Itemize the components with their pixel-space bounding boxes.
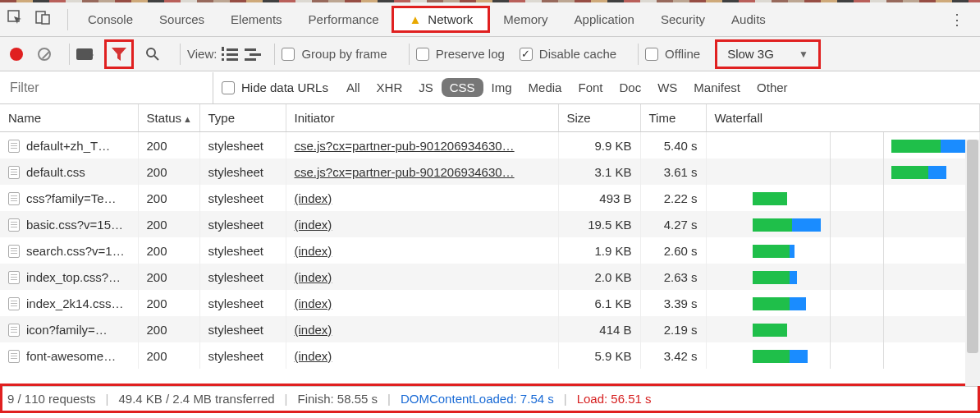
filter-chip-js[interactable]: JS [410, 78, 442, 97]
table-row[interactable]: default+zh_T…200stylesheetcse.js?cx=part… [0, 132, 980, 159]
cell-type: stylesheet [199, 290, 286, 316]
filter-chip-media[interactable]: Media [520, 78, 570, 97]
cell-time: 3.42 s [640, 342, 706, 369]
tab-network[interactable]: ▲ Network [392, 6, 490, 33]
tab-memory[interactable]: Memory [490, 6, 561, 33]
disable-cache-checkbox[interactable]: ✓ Disable cache [520, 47, 616, 61]
filter-chip-img[interactable]: Img [483, 78, 520, 97]
cell-status: 200 [138, 132, 199, 159]
tab-security[interactable]: Security [648, 6, 718, 33]
filter-chip-doc[interactable]: Doc [611, 78, 649, 97]
filter-chip-other[interactable]: Other [749, 78, 796, 97]
file-icon [8, 324, 20, 337]
cell-initiator[interactable]: (index) [286, 211, 558, 237]
file-icon [8, 218, 20, 232]
record-button[interactable] [7, 48, 26, 61]
offline-checkbox[interactable]: Offline [645, 47, 700, 61]
filter-chip-all[interactable]: All [338, 78, 369, 97]
device-mode-icon[interactable] [31, 10, 54, 29]
cell-name[interactable]: icon?family=… [0, 316, 138, 342]
cell-initiator[interactable]: (index) [286, 264, 558, 290]
col-type[interactable]: Type [199, 104, 286, 132]
cell-initiator[interactable]: cse.js?cx=partner-pub-901206934630… [286, 132, 558, 159]
table-row[interactable]: font-awesome…200stylesheet(index)5.9 KB3… [0, 342, 980, 369]
file-icon [8, 297, 20, 310]
table-row[interactable]: index_top.css?…200stylesheet(index)2.0 K… [0, 264, 980, 290]
table-row[interactable]: basic.css?v=15…200stylesheet(index)19.5 … [0, 211, 980, 237]
cell-type: stylesheet [199, 211, 286, 237]
view-tree-icon[interactable] [245, 47, 261, 62]
tab-sources[interactable]: Sources [146, 6, 218, 33]
col-time[interactable]: Time [640, 104, 706, 132]
filter-chip-font[interactable]: Font [570, 78, 611, 97]
col-status[interactable]: Status▲ [138, 104, 199, 132]
scroll-thumb[interactable] [967, 140, 978, 353]
cell-status: 200 [138, 237, 199, 264]
clear-button[interactable] [38, 48, 51, 61]
throttle-select[interactable]: Slow 3G ▼ [715, 39, 821, 69]
table-row[interactable]: css?family=Te…200stylesheet(index)493 B2… [0, 185, 980, 211]
filter-input[interactable] [0, 72, 213, 103]
table-header-row: Name Status▲ Type Initiator Size Time Wa… [0, 104, 980, 132]
cell-name[interactable]: font-awesome… [0, 342, 138, 369]
table-row[interactable]: search.css?v=1…200stylesheet(index)1.9 K… [0, 237, 980, 264]
col-status-label: Status [147, 111, 182, 125]
tab-console[interactable]: Console [75, 6, 146, 33]
funnel-icon [111, 47, 127, 62]
status-transferred: 49.4 KB / 2.4 MB transferred [118, 392, 274, 406]
filter-chip-manifest[interactable]: Manifest [685, 78, 749, 97]
tab-elements[interactable]: Elements [218, 6, 295, 33]
filter-toggle[interactable] [104, 39, 134, 69]
group-by-frame-checkbox[interactable]: Group by frame [282, 47, 387, 61]
view-list-icon[interactable] [222, 47, 238, 62]
cell-time: 2.22 s [640, 185, 706, 211]
table-row[interactable]: icon?family=…200stylesheet(index)414 B2.… [0, 316, 980, 342]
cell-initiator[interactable]: (index) [286, 342, 558, 369]
screenshot-button[interactable] [76, 48, 93, 60]
col-waterfall[interactable]: Waterfall [706, 104, 980, 132]
filter-chip-xhr[interactable]: XHR [369, 78, 411, 97]
cell-name[interactable]: default.css [0, 158, 138, 185]
filter-bar: Hide data URLs AllXHRJSCSSImgMediaFontDo… [0, 71, 980, 104]
tab-application[interactable]: Application [561, 6, 648, 33]
cell-name[interactable]: basic.css?v=15… [0, 211, 138, 237]
cell-name[interactable]: css?family=Te… [0, 185, 138, 211]
table-row[interactable]: index_2k14.css…200stylesheet(index)6.1 K… [0, 290, 980, 316]
tab-performance[interactable]: Performance [295, 6, 392, 33]
hide-data-urls-checkbox[interactable]: Hide data URLs [222, 80, 328, 94]
preserve-log-checkbox[interactable]: Preserve log [416, 47, 505, 61]
cell-name[interactable]: index_top.css?… [0, 264, 138, 290]
more-menu-icon[interactable]: ⋮ [943, 11, 972, 29]
cell-waterfall [706, 211, 980, 237]
cell-initiator[interactable]: (index) [286, 316, 558, 342]
sort-arrow-icon: ▲ [183, 114, 192, 124]
search-button[interactable] [145, 47, 162, 62]
cell-name[interactable]: default+zh_T… [0, 132, 138, 159]
table-row[interactable]: default.css200stylesheetcse.js?cx=partne… [0, 158, 980, 185]
vertical-scrollbar[interactable] [965, 140, 980, 386]
warning-icon: ▲ [409, 12, 421, 26]
inspect-icon[interactable] [3, 10, 26, 29]
cell-initiator[interactable]: (index) [286, 185, 558, 211]
checkbox-icon [645, 48, 658, 61]
col-size[interactable]: Size [558, 104, 640, 132]
cell-initiator[interactable]: cse.js?cx=partner-pub-901206934630… [286, 158, 558, 185]
cell-waterfall [706, 158, 980, 185]
cell-initiator[interactable]: (index) [286, 237, 558, 264]
filter-chip-css[interactable]: CSS [442, 78, 483, 97]
separator: | [564, 392, 567, 406]
cell-time: 2.19 s [640, 316, 706, 342]
cell-time: 5.40 s [640, 132, 706, 159]
throttle-value: Slow 3G [727, 47, 774, 61]
cell-name[interactable]: index_2k14.css… [0, 290, 138, 316]
cell-name[interactable]: search.css?v=1… [0, 237, 138, 264]
tab-audits[interactable]: Audits [718, 6, 779, 33]
cell-initiator[interactable]: (index) [286, 290, 558, 316]
cell-time: 4.27 s [640, 211, 706, 237]
status-domcontentloaded: DOMContentLoaded: 7.54 s [401, 392, 554, 406]
col-initiator[interactable]: Initiator [286, 104, 558, 132]
filter-chip-ws[interactable]: WS [649, 78, 685, 97]
hide-data-urls-label: Hide data URLs [241, 80, 328, 94]
cell-status: 200 [138, 211, 199, 237]
col-name[interactable]: Name [0, 104, 138, 132]
